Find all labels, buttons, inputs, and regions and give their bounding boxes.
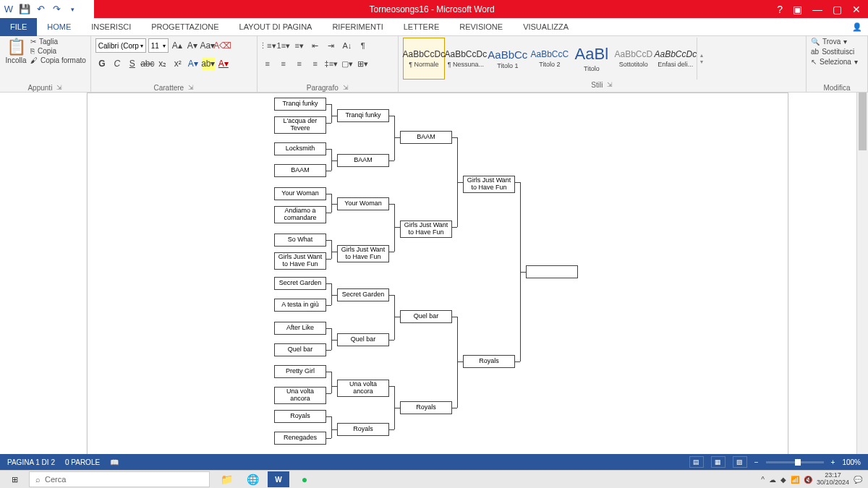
- dialog-launcher-icon[interactable]: ⇲: [56, 84, 62, 91]
- zoom-out-button[interactable]: −: [754, 458, 759, 466]
- superscript-button[interactable]: x²: [171, 57, 184, 70]
- qat-more-icon[interactable]: ▾: [67, 4, 78, 15]
- shrink-font-icon[interactable]: A▾: [186, 39, 199, 52]
- word-taskbar-icon[interactable]: W: [268, 471, 289, 487]
- find-button[interactable]: 🔍Trova ▾: [811, 38, 858, 46]
- close-icon[interactable]: ✕: [852, 4, 861, 15]
- document-area[interactable]: Tranqi funkyL'acqua der TevereLocksmithB…: [0, 93, 856, 463]
- vertical-scrollbar[interactable]: ▾: [856, 93, 868, 463]
- tab-references[interactable]: RIFERIMENTI: [322, 18, 393, 36]
- redo-icon[interactable]: ↷: [51, 4, 62, 15]
- tab-view[interactable]: VISUALIZZA: [513, 18, 579, 36]
- proofing-icon[interactable]: 📖: [110, 458, 119, 466]
- format-painter-button[interactable]: 🖌Copia formato: [30, 56, 86, 64]
- bracket-node-r3-1: Girls Just Want to Have Fun: [400, 221, 452, 238]
- replace-button[interactable]: abSostituisci: [811, 48, 858, 56]
- tab-layout[interactable]: LAYOUT DI PAGINA: [229, 18, 323, 36]
- cut-button[interactable]: ✂Taglia: [30, 38, 86, 46]
- print-layout-icon[interactable]: ▦: [711, 456, 726, 468]
- select-button[interactable]: ↖Seleziona ▾: [811, 58, 858, 66]
- clock[interactable]: 23:1730/10/2024: [817, 472, 849, 487]
- tray-chevron-icon[interactable]: ^: [761, 476, 765, 484]
- styles-more-button[interactable]: ▴▾: [697, 38, 707, 80]
- tray-icon[interactable]: ◆: [780, 476, 786, 484]
- tab-mailings[interactable]: LETTERE: [393, 18, 450, 36]
- bold-button[interactable]: G: [95, 57, 109, 70]
- bullets-icon[interactable]: ⋮≡▾: [262, 40, 273, 51]
- style-heading1[interactable]: AaBbCcTitolo 1: [487, 38, 529, 80]
- borders-icon[interactable]: ⊞▾: [357, 58, 369, 69]
- style-title[interactable]: AaBlTitolo: [571, 38, 613, 80]
- font-name-combo[interactable]: Calibri (Corp▾: [95, 38, 146, 53]
- align-left-icon[interactable]: ≡: [262, 58, 273, 69]
- word-count[interactable]: 0 PAROLE: [65, 458, 100, 466]
- zoom-in-button[interactable]: +: [831, 458, 835, 466]
- bracket-node-r1-13: Una volta ancora: [274, 387, 326, 404]
- align-center-icon[interactable]: ≡: [278, 58, 289, 69]
- web-layout-icon[interactable]: ▨: [733, 456, 747, 468]
- change-case-icon[interactable]: Aa▾: [201, 39, 214, 52]
- tab-insert[interactable]: INSERISCI: [81, 18, 141, 36]
- bracket-node-r2-3: Girls Just Want to Have Fun: [337, 245, 389, 262]
- account-icon[interactable]: 👤: [852, 22, 862, 32]
- taskbar-search[interactable]: ⌕Cerca: [29, 471, 210, 487]
- explorer-icon[interactable]: 📁: [216, 471, 237, 487]
- page-indicator[interactable]: PAGINA 1 DI 2: [7, 458, 55, 466]
- dialog-launcher-icon[interactable]: ⇲: [343, 84, 349, 91]
- tab-file[interactable]: FILE: [0, 18, 37, 36]
- undo-icon[interactable]: ↶: [35, 4, 46, 15]
- clear-format-icon[interactable]: A⌫: [216, 39, 229, 52]
- ribbon-toggle-icon[interactable]: ▣: [793, 4, 802, 15]
- italic-button[interactable]: C: [111, 57, 124, 70]
- justify-icon[interactable]: ≡: [310, 58, 321, 69]
- style-subtitle[interactable]: AaBbCcDSottotitolo: [613, 38, 655, 80]
- text-effects-icon[interactable]: A▾: [187, 57, 200, 70]
- bracket-node-r2-7: Royals: [337, 423, 389, 436]
- font-size-combo[interactable]: 11▾: [148, 38, 169, 53]
- zoom-thumb[interactable]: [795, 459, 801, 466]
- copy-button[interactable]: ⎘Copia: [30, 47, 86, 55]
- notifications-icon[interactable]: 💬: [854, 476, 862, 484]
- volume-icon[interactable]: 🔇: [804, 476, 812, 484]
- numbering-icon[interactable]: 1≡▾: [278, 40, 289, 51]
- paste-button[interactable]: 📋 Incolla: [4, 38, 27, 64]
- style-heading2[interactable]: AaBbCcCTitolo 2: [529, 38, 571, 80]
- underline-button[interactable]: S: [126, 57, 139, 70]
- tab-review[interactable]: REVISIONE: [449, 18, 513, 36]
- bracket-node-r3-0: BAAM: [400, 131, 452, 144]
- subscript-button[interactable]: x₂: [156, 57, 169, 70]
- strike-button[interactable]: abc: [141, 57, 154, 70]
- multilevel-icon[interactable]: ≡▾: [294, 40, 305, 51]
- onedrive-icon[interactable]: ☁: [769, 476, 776, 484]
- help-icon[interactable]: ?: [777, 4, 783, 15]
- sort-icon[interactable]: A↓: [341, 40, 353, 51]
- style-nospacing[interactable]: AaBbCcDc¶ Nessuna...: [445, 38, 487, 80]
- style-normal[interactable]: AaBbCcDc¶ Normale: [403, 38, 445, 80]
- chrome-icon[interactable]: 🌐: [242, 471, 263, 487]
- read-mode-icon[interactable]: ▤: [689, 456, 704, 468]
- shading-icon[interactable]: ▢▾: [341, 58, 353, 69]
- spotify-icon[interactable]: ●: [294, 471, 315, 487]
- wifi-icon[interactable]: 📶: [791, 476, 799, 484]
- scroll-thumb[interactable]: [859, 93, 867, 150]
- zoom-slider[interactable]: [766, 461, 824, 463]
- tab-home[interactable]: HOME: [37, 18, 81, 36]
- search-icon: ⌕: [35, 475, 41, 484]
- save-icon[interactable]: 💾: [19, 4, 30, 15]
- style-emphasis[interactable]: AaBbCcDcEnfasi deli...: [655, 38, 697, 80]
- dialog-launcher-icon[interactable]: ⇲: [188, 84, 194, 91]
- minimize-icon[interactable]: —: [812, 4, 822, 15]
- line-spacing-icon[interactable]: ‡≡▾: [326, 58, 337, 69]
- outdent-icon[interactable]: ⇤: [310, 40, 321, 51]
- pilcrow-icon[interactable]: ¶: [357, 40, 369, 51]
- grow-font-icon[interactable]: A▴: [171, 39, 184, 52]
- zoom-level[interactable]: 100%: [842, 458, 861, 466]
- dialog-launcher-icon[interactable]: ⇲: [607, 81, 613, 88]
- tab-design[interactable]: PROGETTAZIONE: [141, 18, 229, 36]
- font-color-icon[interactable]: A▾: [217, 57, 230, 70]
- align-right-icon[interactable]: ≡: [294, 58, 305, 69]
- highlight-icon[interactable]: ab▾: [202, 57, 215, 70]
- maximize-icon[interactable]: ▢: [833, 4, 842, 15]
- start-button[interactable]: ⊞: [0, 471, 29, 489]
- indent-icon[interactable]: ⇥: [326, 40, 337, 51]
